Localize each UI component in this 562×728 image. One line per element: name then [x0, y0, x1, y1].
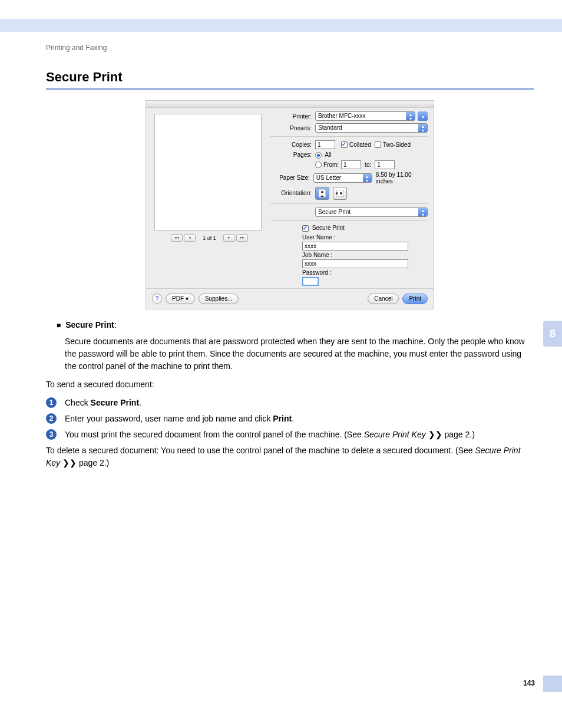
divider — [270, 220, 428, 221]
presets-label: Presets: — [270, 125, 315, 131]
section-title: Secure Print — [46, 70, 534, 85]
dialog-titlebar — [146, 101, 434, 108]
paper-size-label: Paper Size: — [270, 174, 313, 181]
square-bullet-icon: ■ — [57, 321, 61, 330]
job-name-input[interactable]: xxxx — [302, 259, 408, 268]
delete-text-c: ❯❯ page 2.) — [60, 458, 109, 467]
pdf-menu-button[interactable]: PDF ▾ — [166, 294, 195, 304]
password-input[interactable] — [302, 277, 319, 286]
pages-label: Pages: — [270, 151, 315, 158]
collated-label: Collated — [349, 141, 371, 148]
last-page-button[interactable]: ▸▸ — [236, 234, 248, 242]
step1-text-c: . — [139, 398, 141, 407]
user-name-input[interactable]: xxxx — [302, 242, 408, 251]
portrait-person-icon — [319, 189, 326, 197]
page-content: Printing and Faxing Secure Print ◂◂ ◂ 1 … — [0, 32, 562, 692]
pages-from-input[interactable]: 1 — [341, 160, 361, 169]
send-intro: To send a secured document: — [46, 378, 534, 391]
options-pane-value: Secure Print — [318, 209, 351, 215]
job-name-label: Job Name : — [302, 252, 428, 258]
paper-size-select[interactable]: US Letter ▴▾ — [313, 173, 372, 183]
copies-input[interactable]: 1 — [315, 140, 335, 149]
select-arrows-icon: ▴▾ — [406, 112, 415, 120]
step2-text-c: . — [292, 414, 294, 423]
paper-size-value: US Letter — [316, 174, 341, 181]
supplies-button[interactable]: Supplies... — [199, 294, 239, 304]
step-1: 1 Check Secure Print. — [46, 397, 534, 409]
step-2: 2 Enter your password, user name and job… — [46, 413, 534, 425]
first-page-button[interactable]: ◂◂ — [171, 234, 183, 242]
bullet-section: ■ Secure Print: — [57, 320, 534, 330]
prev-page-button[interactable]: ◂ — [184, 234, 196, 242]
orientation-label: Orientation: — [270, 190, 315, 196]
step-badge-1: 1 — [46, 397, 57, 408]
pages-from-radio[interactable] — [315, 162, 322, 168]
step3-italic: Secure Print Key — [364, 430, 426, 439]
copies-label: Copies: — [270, 141, 315, 148]
divider — [270, 203, 428, 204]
two-sided-label: Two-Sided — [383, 141, 411, 148]
next-page-button[interactable]: ▸ — [223, 234, 235, 242]
printer-select-value: Brother MFC-xxxx — [318, 113, 366, 119]
help-button[interactable]: ? — [152, 294, 162, 304]
top-color-band — [0, 0, 562, 32]
pages-to-label: to: — [365, 162, 371, 168]
step2-bold: Print — [273, 414, 292, 423]
secure-print-checkbox[interactable] — [302, 225, 309, 232]
step3-text-a: You must print the secured document from… — [65, 430, 364, 439]
running-header: Printing and Faxing — [46, 44, 534, 52]
print-dialog-screenshot: ◂◂ ◂ 1 of 1 ▸ ▸▸ Printer: Brother MFC-xx… — [146, 100, 434, 309]
description-paragraph: Secure documents are documents that are … — [65, 335, 534, 373]
cancel-button[interactable]: Cancel — [368, 294, 399, 304]
print-button[interactable]: Print — [402, 294, 428, 304]
pages-to-input[interactable]: 1 — [375, 160, 395, 169]
select-arrows-icon: ▴▾ — [418, 208, 427, 216]
print-preview-area — [154, 114, 262, 230]
pages-from-label: From: — [323, 162, 339, 168]
svg-point-3 — [340, 192, 342, 195]
printer-label: Printer: — [270, 113, 315, 120]
landscape-person-icon — [336, 190, 344, 197]
pages-all-radio[interactable] — [315, 152, 322, 159]
step1-bold: Secure Print — [91, 398, 139, 407]
presets-select[interactable]: Standard ▴▾ — [315, 123, 428, 133]
step-3: 3 You must print the secured document fr… — [46, 429, 534, 441]
orientation-portrait-button[interactable] — [315, 187, 329, 200]
select-arrows-icon: ▴▾ — [363, 174, 372, 182]
preview-nav: ◂◂ ◂ 1 of 1 ▸ ▸▸ — [152, 234, 267, 242]
step3-text-c: ❯❯ page 2.) — [426, 430, 475, 439]
two-sided-checkbox[interactable] — [375, 141, 381, 148]
chapter-tab: 8 — [543, 321, 562, 347]
delete-paragraph: To delete a secured document: You need t… — [46, 444, 534, 469]
select-arrows-icon: ▴▾ — [418, 124, 427, 132]
divider — [270, 136, 428, 137]
password-label: Password : — [302, 269, 428, 276]
presets-select-value: Standard — [318, 124, 342, 131]
step2-text-a: Enter your password, user name and job n… — [65, 414, 273, 423]
step-badge-3: 3 — [46, 429, 57, 440]
pages-all-label: All — [325, 151, 331, 158]
page-number: 143 — [523, 679, 535, 687]
svg-point-1 — [321, 191, 323, 193]
printer-select[interactable]: Brother MFC-xxxx ▴▾ — [315, 111, 415, 121]
title-rule — [46, 88, 534, 90]
page-position-label: 1 of 1 — [203, 235, 216, 241]
collated-checkbox[interactable] — [341, 141, 348, 148]
step1-text-a: Check — [65, 398, 91, 407]
orientation-landscape-button[interactable] — [333, 187, 347, 200]
step-badge-2: 2 — [46, 413, 57, 424]
printer-info-button[interactable]: ▴ — [418, 111, 428, 121]
delete-text-a: To delete a secured document: You need t… — [46, 446, 475, 455]
bullet-title: Secure Print — [65, 320, 114, 330]
page-number-bar — [543, 676, 562, 692]
user-name-label: User Name : — [302, 234, 428, 241]
paper-dimensions-label: 8.50 by 11.00 inches — [376, 172, 428, 185]
secure-print-check-label: Secure Print — [312, 225, 345, 231]
options-pane-select[interactable]: Secure Print ▴▾ — [315, 207, 428, 217]
bullet-colon: : — [114, 320, 117, 330]
